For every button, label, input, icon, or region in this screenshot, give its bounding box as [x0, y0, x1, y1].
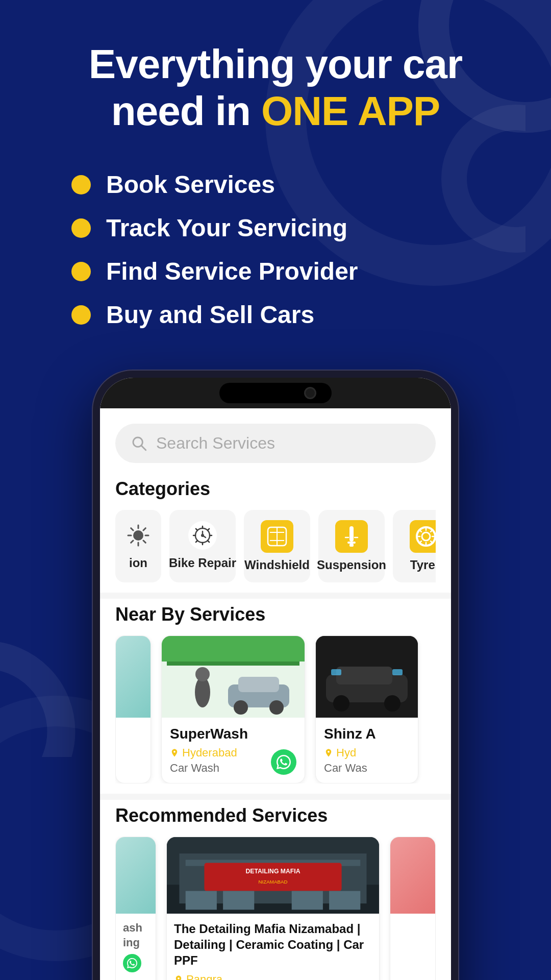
- bullet-icon: [71, 305, 91, 325]
- search-section: Search Services: [100, 408, 451, 473]
- nearby-row: SuperWash Hyderabad Car Wash: [115, 635, 436, 783]
- svg-rect-16: [167, 662, 299, 666]
- feature-item-buy: Buy and Sell Cars: [71, 301, 520, 329]
- categories-row: ion: [115, 510, 436, 582]
- feature-item-track: Track Your Servicing: [71, 214, 520, 242]
- detailing-img: DETAILING MAFIA NIZAMABAD: [167, 837, 379, 914]
- whatsapp-rec-partial[interactable]: [123, 954, 141, 972]
- categories-title: Categories: [115, 478, 436, 500]
- svg-point-22: [269, 700, 284, 715]
- nearby-card-partial[interactable]: [115, 635, 151, 783]
- svg-rect-40: [329, 891, 360, 910]
- feature-item-find: Find Service Provider: [71, 257, 520, 285]
- category-label-bike-repair: Bike Repair: [169, 556, 236, 570]
- feature-label-track: Track Your Servicing: [106, 214, 347, 242]
- phone-screen: Search Services Categories: [100, 408, 451, 980]
- svg-rect-39: [292, 891, 323, 910]
- whatsapp-button-superwash[interactable]: [271, 749, 296, 775]
- svg-rect-29: [392, 669, 403, 675]
- svg-point-27: [384, 695, 400, 712]
- recommended-section: Recommended Services ashing: [100, 800, 451, 980]
- shinz-type: Car Was: [324, 762, 410, 775]
- superwash-img: [162, 636, 305, 718]
- svg-rect-9: [349, 526, 354, 542]
- detailing-name: The Detailing Mafia Nizamabad | Detailin…: [174, 921, 372, 969]
- search-placeholder-text: Search Services: [156, 434, 275, 453]
- svg-rect-15: [162, 636, 305, 662]
- category-item-windshield[interactable]: Windshield: [244, 510, 310, 582]
- hero-title-line2: need in: [111, 88, 261, 134]
- shinz-city: Hyd: [336, 746, 356, 760]
- nearby-card-shinz[interactable]: Shinz A Hyd Car Was: [315, 635, 418, 783]
- phone-inner: Search Services Categories: [100, 378, 451, 980]
- svg-point-26: [333, 695, 349, 712]
- feature-label-find: Find Service Provider: [106, 257, 358, 285]
- hero-title-highlight: ONE APP: [261, 88, 440, 134]
- svg-rect-28: [331, 669, 341, 675]
- categories-section: Categories: [100, 473, 451, 593]
- svg-rect-25: [336, 667, 392, 684]
- hero-title: Everything your car need in ONE APP: [31, 41, 520, 135]
- svg-point-18: [195, 667, 210, 681]
- phone-notch-bar: [100, 378, 451, 408]
- detailing-info: The Detailing Mafia Nizamabad | Detailin…: [167, 914, 379, 980]
- recommended-title: Recommended Services: [115, 805, 436, 826]
- nearby-title: Near By Services: [115, 604, 436, 625]
- category-icon-bike-repair: [187, 520, 218, 551]
- superwash-name: SuperWash: [170, 726, 296, 742]
- bullet-icon: [71, 175, 91, 194]
- phone-frame: Search Services Categories: [92, 370, 459, 980]
- category-icon-partial: [123, 520, 154, 551]
- svg-rect-38: [223, 891, 254, 910]
- category-label-windshield: Windshield: [244, 558, 310, 572]
- feature-item-book: Book Services: [71, 170, 520, 199]
- category-icon-windshield: [261, 520, 293, 553]
- phone-mockup: Search Services Categories: [31, 370, 520, 980]
- svg-point-13: [422, 532, 430, 541]
- svg-rect-37: [186, 891, 217, 910]
- category-item-partial[interactable]: ion: [115, 510, 161, 582]
- svg-rect-34: [204, 863, 341, 891]
- svg-text:NIZAMABAD: NIZAMABAD: [259, 879, 288, 885]
- category-label-suspension: Suspension: [317, 558, 386, 572]
- search-icon: [131, 435, 148, 452]
- detailing-city: Pangra: [186, 973, 222, 980]
- category-item-suspension[interactable]: Suspension: [318, 510, 385, 582]
- svg-rect-20: [238, 677, 279, 692]
- search-bar[interactable]: Search Services: [115, 424, 436, 463]
- feature-label-buy: Buy and Sell Cars: [106, 301, 314, 329]
- svg-line-4: [141, 446, 146, 450]
- category-item-bike-repair[interactable]: Bike Repair: [169, 510, 236, 582]
- svg-point-6: [201, 534, 204, 537]
- bullet-icon: [71, 218, 91, 238]
- svg-point-21: [234, 700, 248, 715]
- nearby-card-superwash[interactable]: SuperWash Hyderabad Car Wash: [161, 635, 305, 783]
- superwash-city: Hyderabad: [182, 746, 237, 760]
- rec-card-partial-left[interactable]: ashing: [115, 837, 156, 980]
- shinz-info: Shinz A Hyd Car Was: [316, 718, 418, 783]
- category-label-tyres: Tyres: [410, 558, 436, 572]
- recommended-row: ashing: [115, 837, 436, 980]
- category-icon-tyres: [410, 520, 436, 553]
- shinz-img: [316, 636, 418, 718]
- category-item-tyres[interactable]: Tyres: [393, 510, 436, 582]
- hero-title-line1: Everything your car: [89, 41, 462, 87]
- nearby-section: Near By Services: [100, 599, 451, 794]
- svg-rect-11: [349, 544, 354, 547]
- rec-card-partial-right[interactable]: [390, 837, 436, 980]
- features-list: Book Services Track Your Servicing Find …: [31, 170, 520, 329]
- shinz-name: Shinz A: [324, 726, 410, 742]
- category-label-partial: ion: [129, 556, 147, 570]
- phone-notch: [219, 383, 332, 403]
- category-icon-suspension: [335, 520, 368, 553]
- rec-card-detailing[interactable]: DETAILING MAFIA NIZAMABAD: [166, 837, 380, 980]
- feature-label-book: Book Services: [106, 170, 275, 199]
- detailing-location: Pangra: [174, 973, 372, 980]
- svg-rect-10: [347, 542, 356, 544]
- shinz-location: Hyd: [324, 746, 410, 760]
- svg-text:DETAILING MAFIA: DETAILING MAFIA: [245, 868, 300, 875]
- bullet-icon: [71, 262, 91, 281]
